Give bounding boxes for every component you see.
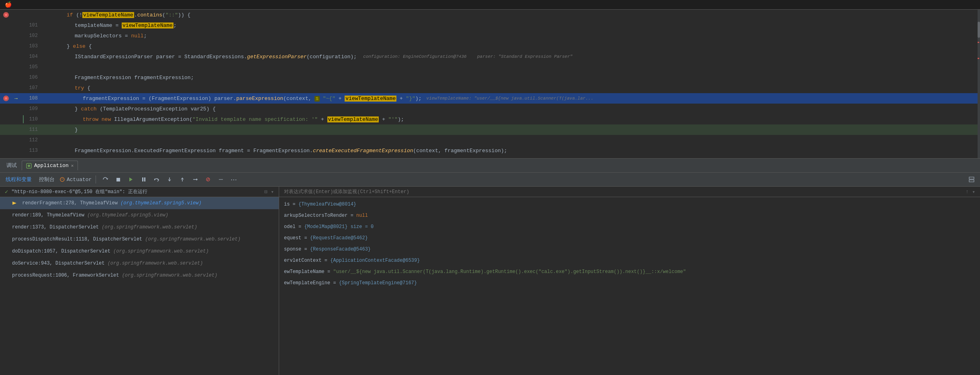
var-name: ervletContext — [284, 258, 322, 263]
line-content: } else { — [43, 43, 980, 49]
line-content: templateName = viewTemplateName; — [43, 22, 980, 29]
clear-btn[interactable] — [216, 174, 226, 185]
line-number: 106 — [27, 75, 43, 80]
actuator-btn[interactable]: Actuator — [59, 177, 92, 183]
step-over-btn[interactable] — [151, 174, 162, 185]
var-value: "user/__${new java.util.Scanner(T(java.l… — [333, 269, 686, 275]
refresh-icon — [102, 177, 108, 182]
step-into-icon — [167, 177, 172, 182]
line-content: try { — [43, 85, 980, 91]
line-content: if (!viewTemplateName.contains("::")) { — [43, 12, 980, 18]
debugger-tabs: 调试 Application ✕ — [0, 158, 980, 173]
breakpoint-area — [0, 135, 12, 145]
stack-frame[interactable]: processRequest:1006, FrameworkServlet (o… — [0, 269, 279, 281]
line-number: 112 — [27, 137, 43, 143]
force-run-btn[interactable] — [203, 174, 213, 185]
stack-frame[interactable]: doDispatch:1057, DispatcherServlet (org.… — [0, 245, 279, 257]
actuator-label: Actuator — [67, 177, 92, 183]
stack-frame[interactable]: render:189, ThymeleafView (org.thymeleaf… — [0, 209, 279, 221]
more-icon[interactable]: ▾ — [972, 189, 975, 195]
line-number: 110 — [27, 116, 43, 122]
breakpoint-area — [0, 156, 12, 158]
breakpoint-area — [0, 83, 12, 93]
var-name: odel — [284, 224, 296, 230]
var-value: {ThymeleafView@8014} — [298, 202, 356, 207]
var-item[interactable]: ewTemplateName = "user/__${new java.util… — [279, 266, 980, 277]
code-line: 107 try { — [0, 83, 980, 93]
code-text: IStandardExpressionParser parser = Stand… — [75, 54, 357, 60]
filter-icon[interactable]: ⊟ — [264, 189, 267, 195]
breakpoint-area — [0, 93, 12, 104]
run-to-cursor-btn[interactable] — [190, 174, 200, 185]
stack-frame[interactable]: render:1373, DispatcherServlet (org.spri… — [0, 221, 279, 233]
layout-icon — [969, 177, 974, 182]
line-content: } — [43, 127, 980, 133]
frame-class: (org.springframework.web.servlet) — [122, 273, 218, 278]
stack-list: renderFragment:278, ThymeleafView (org.t… — [0, 197, 279, 375]
line-content: FragmentExpression fragmentExpression; — [43, 75, 980, 81]
pin-icon[interactable]: ↑ — [966, 189, 969, 195]
frame-method: processDispatchResult:1118, DispatcherSe… — [12, 236, 142, 242]
resume-btn[interactable] — [126, 174, 136, 185]
frame-method: render:1373, DispatcherServlet — [12, 224, 99, 230]
stack-frame[interactable]: doService:943, DispatcherServlet (org.sp… — [0, 257, 279, 269]
tab-close-btn[interactable]: ✕ — [71, 163, 74, 168]
app-tab-label: Application — [34, 163, 69, 169]
svg-point-1 — [28, 165, 30, 167]
code-line-execution: → 108 fragmentExpression = (FragmentExpr… — [0, 93, 980, 104]
var-value: {RequestFacade@5462} — [310, 235, 368, 241]
code-line: 112 — [0, 135, 980, 145]
var-item[interactable]: is = {ThymeleafView@8014} — [279, 199, 980, 210]
frame-arrow-icon — [12, 201, 17, 206]
layout-btn[interactable] — [966, 174, 977, 185]
frame-method: renderFragment:278, ThymeleafView — [22, 200, 118, 206]
code-text: } else { — [67, 43, 92, 49]
split-pane: renderFragment:278, ThymeleafView (org.t… — [0, 197, 980, 375]
pause-icon — [141, 177, 147, 182]
right-icons: ↑ ▾ — [966, 189, 975, 195]
evaluate-placeholder: 对表达式求值(Enter)或添加监视(Ctrl+Shift+Enter) — [284, 188, 409, 195]
breakpoint-area — [0, 20, 12, 31]
application-tab[interactable]: Application ✕ — [22, 161, 78, 170]
pause-btn[interactable] — [139, 174, 149, 185]
step-out-btn[interactable] — [177, 174, 188, 185]
refresh-btn[interactable] — [100, 174, 110, 185]
more-btn[interactable]: ⋯ — [229, 174, 239, 185]
thread-status-text: "http-nio-8080-exec-6"@5,150 在组"main": 正… — [11, 188, 147, 195]
code-line: 101 templateName = viewTemplateName; — [0, 20, 980, 31]
scrollbar[interactable] — [978, 10, 980, 158]
console-label[interactable]: 控制台 — [37, 176, 57, 183]
code-text: if (!viewTemplateName.contains("::")) { — [67, 12, 190, 18]
dropdown-icon[interactable]: ▾ — [271, 189, 274, 195]
scrollbar-thumb[interactable] — [978, 22, 980, 38]
var-item[interactable]: arkupSelectorsToRender = null — [279, 210, 980, 221]
stack-frame-active[interactable]: renderFragment:278, ThymeleafView (org.t… — [0, 197, 279, 209]
frame-class: (org.thymeleaf.spring5.view) — [87, 212, 168, 218]
breakpoint-area — [0, 124, 12, 135]
stop-btn[interactable] — [113, 174, 123, 185]
var-value: {ApplicationContextFacade@6539} — [330, 258, 420, 263]
var-item[interactable]: ewTemplateEngine = {SpringTemplateEngine… — [279, 277, 980, 289]
code-text: templateName = viewTemplateName; — [75, 22, 177, 29]
frame-method: doService:943, DispatcherServlet — [12, 261, 104, 266]
var-name: arkupSelectorsToRender — [284, 213, 347, 218]
code-line: 102 markupSelectors = null; — [0, 31, 980, 41]
var-item[interactable]: ervletContext = {ApplicationContextFacad… — [279, 255, 980, 266]
var-eq: = — [304, 247, 310, 252]
line-content: throw new IllegalArgumentException("Inva… — [43, 116, 980, 122]
step-into-btn[interactable] — [164, 174, 175, 185]
var-item[interactable]: sponse = {ResponseFacade@5463} — [279, 244, 980, 255]
clear-icon — [218, 177, 224, 182]
var-eq: = — [327, 269, 333, 275]
code-text: FragmentExpression fragmentExpression; — [75, 75, 194, 81]
var-item[interactable]: odel = {ModelMap@8021} size = 0 — [279, 221, 980, 232]
var-name: sponse — [284, 247, 301, 252]
var-value: {ModelMap@8021} size = 0 — [304, 224, 374, 230]
stack-frame[interactable]: processDispatchResult:1118, DispatcherSe… — [0, 233, 279, 245]
line-number: 102 — [27, 33, 43, 39]
var-item[interactable]: equest = {RequestFacade@5462} — [279, 232, 980, 244]
line-content: fragmentExpression = (FragmentExpression… — [43, 96, 980, 102]
line-number: 108 — [27, 96, 43, 101]
var-value: {ResponseFacade@5463} — [310, 247, 371, 252]
thread-vars-label[interactable]: 线程和变量 — [3, 176, 34, 183]
